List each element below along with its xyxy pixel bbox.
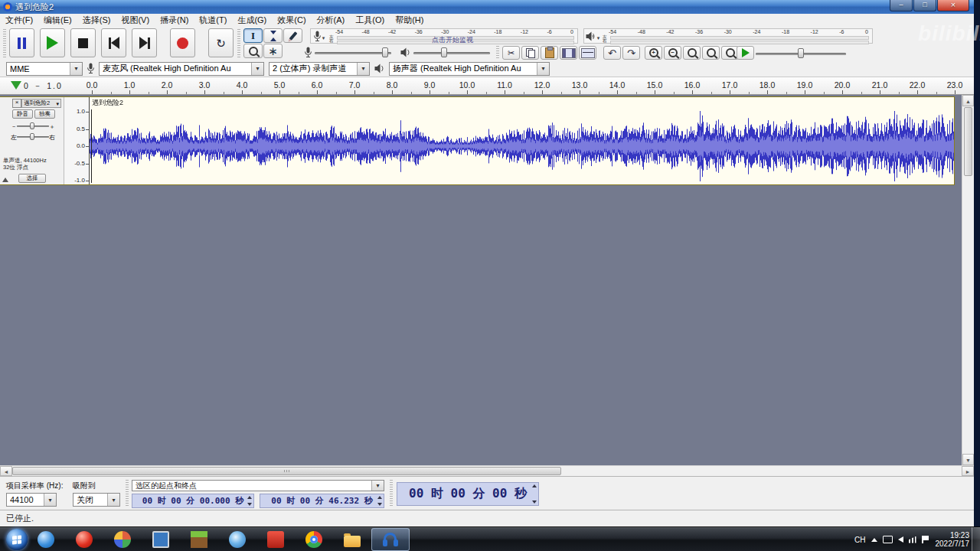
track-close-button[interactable]: ×: [12, 99, 21, 108]
menu-select[interactable]: 选择(S): [77, 15, 116, 26]
snap-to-combo[interactable]: 关闭: [73, 493, 120, 507]
menu-analyze[interactable]: 分析(A): [312, 15, 351, 26]
pan-slider[interactable]: [17, 132, 49, 142]
menu-edit[interactable]: 编辑(E): [38, 15, 77, 26]
menu-help[interactable]: 帮助(H): [390, 15, 429, 26]
paste-button[interactable]: [541, 46, 558, 60]
start-button[interactable]: [6, 529, 28, 550]
scroll-down-arrow[interactable]: ▼: [962, 454, 974, 465]
pause-button[interactable]: [9, 28, 34, 57]
vertical-scroll-thumb[interactable]: [964, 107, 972, 176]
menu-file[interactable]: 文件(F): [0, 15, 38, 26]
minimize-button[interactable]: [890, 0, 913, 11]
taskbar-item-file-explorer[interactable]: [333, 528, 371, 551]
multi-tool-button[interactable]: ∗: [263, 44, 283, 58]
action-center-flag-icon[interactable]: [922, 536, 930, 543]
project-rate-combo[interactable]: 44100: [6, 493, 57, 507]
hidden-icons-chevron[interactable]: [871, 538, 877, 542]
recording-device-combo[interactable]: 麦克风 (Realtek High Definition Au: [99, 62, 264, 76]
track-name-dropdown[interactable]: 遇到危险2: [21, 99, 61, 108]
toolbar-grip[interactable]: [237, 29, 240, 57]
spinner-icon[interactable]: [246, 495, 253, 507]
record-button[interactable]: [170, 28, 195, 57]
clock[interactable]: 19:23 2022/7/17: [936, 531, 970, 548]
playback-device-combo[interactable]: 扬声器 (Realtek High Definition Au: [389, 62, 550, 76]
loop-button[interactable]: ↻: [208, 28, 234, 57]
play-at-speed-button[interactable]: [737, 46, 754, 60]
zoom-tool-button[interactable]: [243, 44, 263, 58]
audio-host-combo[interactable]: MME: [6, 62, 83, 76]
play-button[interactable]: [40, 28, 65, 57]
undo-button[interactable]: ↶: [603, 46, 621, 60]
recording-meter[interactable]: -54-48-42-36-30-24-18-12-60 左右 点击开始监视: [310, 28, 578, 44]
maximize-button[interactable]: [913, 0, 936, 11]
vertical-ruler[interactable]: 1.00.50.0-0.5-1.0: [64, 97, 90, 184]
language-indicator[interactable]: CH: [854, 536, 865, 544]
fit-project-button[interactable]: [702, 46, 720, 60]
spinner-icon[interactable]: [531, 484, 537, 504]
timeline-options-pin-icon[interactable]: [11, 81, 21, 90]
menu-effect[interactable]: 效果(C): [272, 15, 311, 26]
toolbar-grip[interactable]: [3, 29, 6, 57]
fit-selection-button[interactable]: [683, 46, 701, 60]
skip-to-end-button[interactable]: [132, 28, 157, 57]
taskbar-item-blue-app[interactable]: [27, 528, 65, 551]
stop-button[interactable]: [70, 28, 96, 57]
taskbar-item-chrome[interactable]: [295, 528, 333, 551]
selection-start-field[interactable]: 00 时 00 分 00.000 秒: [132, 494, 254, 508]
solo-button[interactable]: 独奏: [34, 109, 55, 119]
taskbar-item-globe-app[interactable]: [218, 528, 256, 551]
taskbar-item-system-app[interactable]: [142, 528, 180, 551]
skip-to-start-button[interactable]: [101, 28, 126, 57]
waveform-canvas[interactable]: [90, 97, 954, 184]
trim-audio-button[interactable]: [560, 46, 577, 60]
playback-meter[interactable]: -54-48-42-36-30-24-18-12-60 左右: [583, 28, 873, 44]
taskbar-item-red-tool-app[interactable]: [256, 528, 295, 551]
cut-button[interactable]: ✂: [502, 46, 520, 60]
close-button[interactable]: [937, 0, 969, 11]
scroll-right-arrow[interactable]: ►: [962, 466, 974, 476]
silence-audio-button[interactable]: [579, 46, 596, 60]
selection-tool-button[interactable]: I: [243, 28, 263, 43]
menu-tools[interactable]: 工具(O): [350, 15, 390, 26]
taskbar-item-minecraft[interactable]: [180, 528, 218, 551]
audio-track[interactable]: × 遇到危险2 静音 独奏 － ＋ 左 右: [0, 97, 954, 184]
envelope-tool-button[interactable]: [263, 28, 283, 43]
vertical-scrollbar[interactable]: ▲ ▼: [962, 95, 974, 465]
gain-slider[interactable]: [17, 121, 49, 131]
monitor-hint[interactable]: 点击开始监视: [432, 35, 473, 45]
audio-position-field[interactable]: 00 时 00 分 00 秒: [397, 482, 539, 506]
meter-dropdown-icon[interactable]: [597, 29, 600, 43]
toolbar-grip[interactable]: [496, 46, 499, 59]
horizontal-scrollbar[interactable]: ◄ ►: [0, 465, 974, 476]
draw-tool-button[interactable]: [283, 28, 302, 43]
timeline-ruler[interactable]: 0 － 1.0 0.01.02.03.04.05.06.07.08.09.010…: [0, 77, 974, 95]
scroll-left-arrow[interactable]: ◄: [0, 466, 12, 476]
menu-transport[interactable]: 播录(N): [155, 15, 194, 26]
volume-icon[interactable]: [898, 536, 903, 543]
zoom-out-button[interactable]: −: [664, 46, 681, 60]
track-collapse-icon[interactable]: [2, 178, 8, 182]
playback-volume-slider[interactable]: [413, 46, 490, 59]
toolbar-grip[interactable]: [390, 480, 393, 507]
menu-view[interactable]: 视图(V): [116, 15, 155, 26]
meter-dropdown-icon[interactable]: [322, 29, 325, 43]
input-indicator-icon[interactable]: [883, 536, 893, 543]
taskbar-item-audacity[interactable]: [371, 528, 410, 551]
selection-range-mode-combo[interactable]: 选区的起点和终点: [132, 480, 384, 491]
redo-button[interactable]: ↷: [622, 46, 640, 60]
network-icon[interactable]: [909, 536, 916, 543]
show-desktop-button[interactable]: [972, 527, 980, 551]
track-select-button[interactable]: 选择: [18, 174, 46, 183]
selection-end-field[interactable]: 00 时 00 分 46.232 秒: [260, 494, 384, 508]
play-speed-slider[interactable]: [756, 47, 846, 60]
menu-generate[interactable]: 生成(G): [232, 15, 272, 26]
track-area[interactable]: × 遇到危险2 静音 独奏 － ＋ 左 右: [0, 95, 974, 465]
horizontal-scroll-thumb[interactable]: [12, 467, 561, 475]
waveform-area[interactable]: 遇到危险2: [90, 97, 954, 184]
copy-button[interactable]: [521, 46, 539, 60]
recording-channels-combo[interactable]: 2 (立体声) 录制声道: [269, 62, 370, 76]
spinner-icon[interactable]: [376, 495, 383, 507]
taskbar-item-pinwheel-app[interactable]: [103, 528, 142, 551]
menu-tracks[interactable]: 轨道(T): [194, 15, 232, 26]
